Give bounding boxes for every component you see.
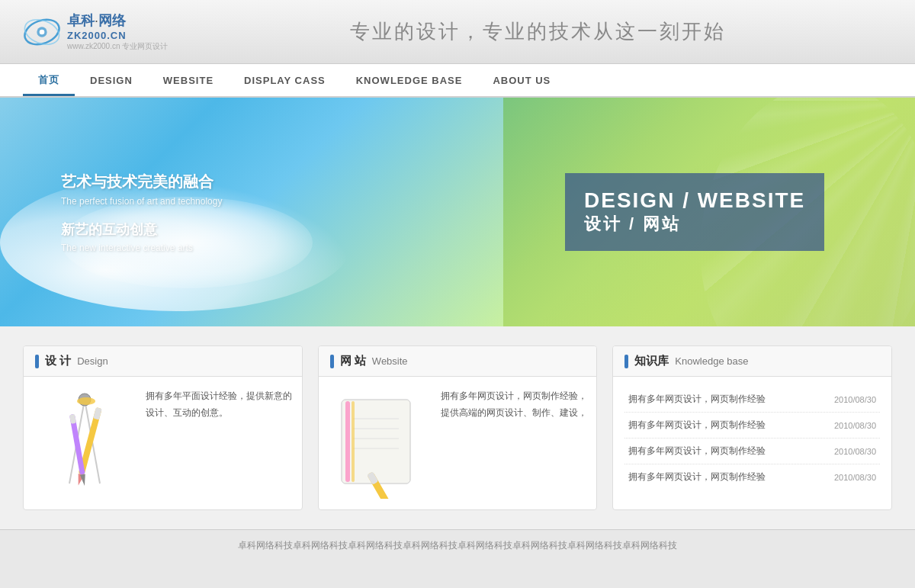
- knowledge-item-date-1: 2010/08/30: [834, 395, 876, 404]
- website-card-body: 拥有多年网页设计，网页制作经验，提供高端的网页设计、制作、建设，: [319, 377, 597, 509]
- design-card: 设 计 Design: [23, 345, 303, 510]
- design-title: DESIGN / WEBSITE: [584, 188, 805, 213]
- design-card-body: 拥有多年平面设计经验，提供新意的设计、互动的创意。: [24, 377, 302, 509]
- logo-area: 卓科 · 网络 ZK2000.CN www.zk2000.cn 专业网页设计: [23, 11, 168, 52]
- knowledge-item-text-3: 拥有多年网页设计，网页制作经验: [628, 445, 827, 458]
- design-card-title: 设 计: [45, 354, 71, 368]
- nav-item-website[interactable]: WEBSITE: [148, 66, 229, 95]
- svg-rect-8: [93, 407, 102, 420]
- design-card-header: 设 计 Design: [24, 346, 302, 377]
- knowledge-item[interactable]: 拥有多年网页设计，网页制作经验 2010/08/30: [624, 464, 880, 490]
- svg-point-3: [40, 29, 45, 34]
- logo-subtitle: www.zk2000.cn 专业网页设计: [67, 41, 168, 52]
- knowledge-item-date-2: 2010/08/30: [834, 421, 876, 430]
- nav-item-knowledge[interactable]: KNOWLEDGE BASE: [341, 66, 478, 95]
- content-section: 设 计 Design: [0, 326, 915, 529]
- knowledge-item-date-4: 2010/08/30: [834, 473, 876, 482]
- design-card-desc: 拥有多年平面设计经验，提供新意的设计、互动的创意。: [146, 384, 294, 502]
- nav-item-about[interactable]: ABOUT US: [477, 66, 566, 95]
- knowledge-card-title-en: Knowledge base: [675, 355, 748, 367]
- design-box: DESIGN / WEBSITE 设计 / 网站: [565, 173, 824, 251]
- design-subtitle: 设计 / 网站: [584, 213, 805, 236]
- design-svg: [31, 384, 138, 499]
- logo-image: 卓科 · 网络 ZK2000.CN www.zk2000.cn 专业网页设计: [23, 11, 168, 52]
- banner-title2-en: The new interactive creative arts: [61, 243, 222, 253]
- banner-title1: 艺术与技术完美的融合: [61, 172, 222, 192]
- nav-item-home[interactable]: 首页: [23, 64, 75, 96]
- website-illustration: [326, 384, 433, 502]
- banner-title2: 新艺的互动创意: [61, 220, 222, 239]
- logo-icon: [23, 13, 61, 51]
- website-card-title: 网 站: [340, 354, 366, 368]
- footer: 卓科网络科技卓科网络科技卓科网络科技卓科网络科技卓科网络科技卓科网络科技卓科网络…: [0, 529, 915, 561]
- logo-chinese: 卓科 · 网络: [67, 11, 168, 30]
- header-bar-icon3: [624, 355, 628, 368]
- navigation: 首页 DESIGN WEBSITE DISPLAY CASS KNOWLEDGE…: [0, 64, 915, 98]
- website-card-desc: 拥有多年网页设计，网页制作经验，提供高端的网页设计、制作、建设，: [441, 384, 589, 502]
- knowledge-item[interactable]: 拥有多年网页设计，网页制作经验 2010/08/30: [624, 439, 880, 464]
- knowledge-card-header: 知识库 Knowledge base: [613, 346, 891, 377]
- svg-rect-11: [69, 414, 76, 424]
- banner-left: 艺术与技术完美的融合 The perfect fusion of art and…: [0, 98, 503, 326]
- knowledge-list: 拥有多年网页设计，网页制作经验 2010/08/30 拥有多年网页设计，网页制作…: [624, 383, 880, 493]
- design-illustration: [31, 384, 138, 502]
- knowledge-item[interactable]: 拥有多年网页设计，网页制作经验 2010/08/30: [624, 387, 880, 413]
- nav-item-design[interactable]: DESIGN: [75, 66, 148, 95]
- footer-text: 卓科网络科技卓科网络科技卓科网络科技卓科网络科技卓科网络科技卓科网络科技卓科网络…: [238, 540, 677, 551]
- knowledge-item-text-2: 拥有多年网页设计，网页制作经验: [628, 419, 827, 432]
- website-card: 网 站 Website: [318, 345, 598, 510]
- svg-rect-22: [345, 401, 350, 482]
- website-svg: [326, 384, 433, 499]
- knowledge-item-date-3: 2010/08/30: [834, 447, 876, 456]
- banner-text: 艺术与技术完美的融合 The perfect fusion of art and…: [61, 172, 222, 253]
- banner-title1-en: The perfect fusion of art and technology: [61, 196, 222, 207]
- header: 卓科 · 网络 ZK2000.CN www.zk2000.cn 专业网页设计 专…: [0, 0, 915, 64]
- knowledge-item[interactable]: 拥有多年网页设计，网页制作经验 2010/08/30: [624, 413, 880, 439]
- header-slogan: 专业的设计，专业的技术从这一刻开始: [168, 18, 892, 45]
- logo-text-block: 卓科 · 网络 ZK2000.CN www.zk2000.cn 专业网页设计: [67, 11, 168, 52]
- nav-item-display[interactable]: DISPLAY CASS: [229, 66, 341, 95]
- svg-rect-23: [352, 401, 355, 482]
- svg-point-13: [77, 397, 95, 405]
- website-card-title-en: Website: [372, 355, 408, 367]
- logo-en: ZK2000.CN: [67, 30, 168, 41]
- header-bar-icon2: [330, 355, 334, 368]
- banner: 艺术与技术完美的融合 The perfect fusion of art and…: [0, 98, 915, 326]
- banner-right: DESIGN / WEBSITE 设计 / 网站: [503, 98, 915, 326]
- design-card-title-en: Design: [77, 355, 108, 367]
- knowledge-item-text-4: 拥有多年网页设计，网页制作经验: [628, 471, 827, 484]
- knowledge-card: 知识库 Knowledge base 拥有多年网页设计，网页制作经验 2010/…: [612, 345, 892, 510]
- header-bar-icon: [35, 355, 39, 368]
- knowledge-item-text-1: 拥有多年网页设计，网页制作经验: [628, 393, 827, 406]
- knowledge-card-title: 知识库: [634, 354, 669, 368]
- website-card-header: 网 站 Website: [319, 346, 597, 377]
- knowledge-card-body: 拥有多年网页设计，网页制作经验 2010/08/30 拥有多年网页设计，网页制作…: [613, 377, 891, 500]
